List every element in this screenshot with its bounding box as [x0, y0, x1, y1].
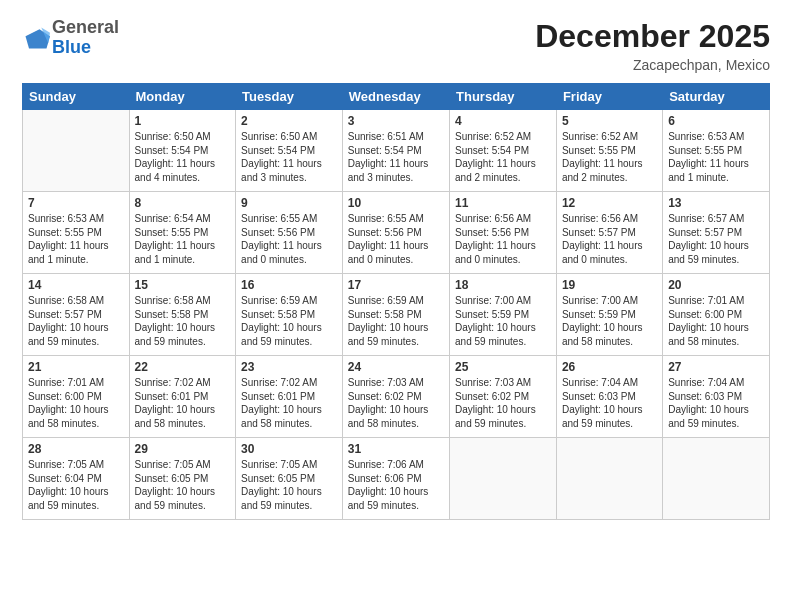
calendar-cell: 10Sunrise: 6:55 AM Sunset: 5:56 PM Dayli…	[342, 192, 449, 274]
calendar-cell: 8Sunrise: 6:54 AM Sunset: 5:55 PM Daylig…	[129, 192, 236, 274]
calendar-cell: 4Sunrise: 6:52 AM Sunset: 5:54 PM Daylig…	[450, 110, 557, 192]
calendar-header-row: SundayMondayTuesdayWednesdayThursdayFrid…	[23, 84, 770, 110]
day-info: Sunrise: 6:59 AM Sunset: 5:58 PM Dayligh…	[241, 294, 337, 348]
calendar-table: SundayMondayTuesdayWednesdayThursdayFrid…	[22, 83, 770, 520]
calendar-cell: 30Sunrise: 7:05 AM Sunset: 6:05 PM Dayli…	[236, 438, 343, 520]
calendar-cell: 2Sunrise: 6:50 AM Sunset: 5:54 PM Daylig…	[236, 110, 343, 192]
day-info: Sunrise: 6:54 AM Sunset: 5:55 PM Dayligh…	[135, 212, 231, 266]
calendar-cell: 18Sunrise: 7:00 AM Sunset: 5:59 PM Dayli…	[450, 274, 557, 356]
day-info: Sunrise: 6:51 AM Sunset: 5:54 PM Dayligh…	[348, 130, 444, 184]
day-number: 8	[135, 196, 231, 210]
day-info: Sunrise: 6:56 AM Sunset: 5:56 PM Dayligh…	[455, 212, 551, 266]
calendar-cell	[556, 438, 662, 520]
calendar-cell: 23Sunrise: 7:02 AM Sunset: 6:01 PM Dayli…	[236, 356, 343, 438]
day-number: 28	[28, 442, 124, 456]
weekday-header-sunday: Sunday	[23, 84, 130, 110]
day-info: Sunrise: 7:04 AM Sunset: 6:03 PM Dayligh…	[562, 376, 657, 430]
day-info: Sunrise: 7:02 AM Sunset: 6:01 PM Dayligh…	[241, 376, 337, 430]
day-number: 2	[241, 114, 337, 128]
day-number: 15	[135, 278, 231, 292]
day-info: Sunrise: 6:59 AM Sunset: 5:58 PM Dayligh…	[348, 294, 444, 348]
day-number: 17	[348, 278, 444, 292]
day-info: Sunrise: 7:04 AM Sunset: 6:03 PM Dayligh…	[668, 376, 764, 430]
day-info: Sunrise: 7:00 AM Sunset: 5:59 PM Dayligh…	[562, 294, 657, 348]
day-info: Sunrise: 6:58 AM Sunset: 5:58 PM Dayligh…	[135, 294, 231, 348]
day-info: Sunrise: 7:01 AM Sunset: 6:00 PM Dayligh…	[668, 294, 764, 348]
calendar-cell: 5Sunrise: 6:52 AM Sunset: 5:55 PM Daylig…	[556, 110, 662, 192]
calendar-cell: 13Sunrise: 6:57 AM Sunset: 5:57 PM Dayli…	[663, 192, 770, 274]
day-number: 23	[241, 360, 337, 374]
calendar-cell: 15Sunrise: 6:58 AM Sunset: 5:58 PM Dayli…	[129, 274, 236, 356]
day-number: 18	[455, 278, 551, 292]
weekday-header-friday: Friday	[556, 84, 662, 110]
day-info: Sunrise: 7:05 AM Sunset: 6:04 PM Dayligh…	[28, 458, 124, 512]
day-info: Sunrise: 6:50 AM Sunset: 5:54 PM Dayligh…	[241, 130, 337, 184]
logo: General Blue	[22, 18, 119, 58]
day-number: 21	[28, 360, 124, 374]
day-info: Sunrise: 6:52 AM Sunset: 5:55 PM Dayligh…	[562, 130, 657, 184]
day-number: 14	[28, 278, 124, 292]
week-row-2: 7Sunrise: 6:53 AM Sunset: 5:55 PM Daylig…	[23, 192, 770, 274]
calendar-cell	[450, 438, 557, 520]
day-info: Sunrise: 6:53 AM Sunset: 5:55 PM Dayligh…	[28, 212, 124, 266]
location: Zacapechpan, Mexico	[535, 57, 770, 73]
week-row-4: 21Sunrise: 7:01 AM Sunset: 6:00 PM Dayli…	[23, 356, 770, 438]
day-info: Sunrise: 7:05 AM Sunset: 6:05 PM Dayligh…	[135, 458, 231, 512]
day-number: 10	[348, 196, 444, 210]
day-number: 7	[28, 196, 124, 210]
calendar-cell: 19Sunrise: 7:00 AM Sunset: 5:59 PM Dayli…	[556, 274, 662, 356]
calendar-cell: 17Sunrise: 6:59 AM Sunset: 5:58 PM Dayli…	[342, 274, 449, 356]
calendar-cell: 20Sunrise: 7:01 AM Sunset: 6:00 PM Dayli…	[663, 274, 770, 356]
day-info: Sunrise: 6:52 AM Sunset: 5:54 PM Dayligh…	[455, 130, 551, 184]
day-number: 11	[455, 196, 551, 210]
day-info: Sunrise: 6:56 AM Sunset: 5:57 PM Dayligh…	[562, 212, 657, 266]
day-info: Sunrise: 7:03 AM Sunset: 6:02 PM Dayligh…	[348, 376, 444, 430]
day-info: Sunrise: 7:02 AM Sunset: 6:01 PM Dayligh…	[135, 376, 231, 430]
day-info: Sunrise: 6:58 AM Sunset: 5:57 PM Dayligh…	[28, 294, 124, 348]
day-number: 24	[348, 360, 444, 374]
calendar-cell	[663, 438, 770, 520]
day-number: 13	[668, 196, 764, 210]
day-info: Sunrise: 6:53 AM Sunset: 5:55 PM Dayligh…	[668, 130, 764, 184]
day-number: 5	[562, 114, 657, 128]
calendar-cell: 1Sunrise: 6:50 AM Sunset: 5:54 PM Daylig…	[129, 110, 236, 192]
calendar-cell: 11Sunrise: 6:56 AM Sunset: 5:56 PM Dayli…	[450, 192, 557, 274]
day-info: Sunrise: 6:57 AM Sunset: 5:57 PM Dayligh…	[668, 212, 764, 266]
week-row-1: 1Sunrise: 6:50 AM Sunset: 5:54 PM Daylig…	[23, 110, 770, 192]
day-info: Sunrise: 6:55 AM Sunset: 5:56 PM Dayligh…	[348, 212, 444, 266]
day-number: 19	[562, 278, 657, 292]
day-info: Sunrise: 7:00 AM Sunset: 5:59 PM Dayligh…	[455, 294, 551, 348]
day-number: 31	[348, 442, 444, 456]
day-number: 1	[135, 114, 231, 128]
weekday-header-monday: Monday	[129, 84, 236, 110]
page: General Blue December 2025 Zacapechpan, …	[0, 0, 792, 612]
day-number: 30	[241, 442, 337, 456]
day-number: 20	[668, 278, 764, 292]
calendar-cell: 7Sunrise: 6:53 AM Sunset: 5:55 PM Daylig…	[23, 192, 130, 274]
day-info: Sunrise: 7:03 AM Sunset: 6:02 PM Dayligh…	[455, 376, 551, 430]
calendar-cell: 27Sunrise: 7:04 AM Sunset: 6:03 PM Dayli…	[663, 356, 770, 438]
calendar-cell: 28Sunrise: 7:05 AM Sunset: 6:04 PM Dayli…	[23, 438, 130, 520]
calendar-cell: 24Sunrise: 7:03 AM Sunset: 6:02 PM Dayli…	[342, 356, 449, 438]
weekday-header-tuesday: Tuesday	[236, 84, 343, 110]
calendar-cell	[23, 110, 130, 192]
calendar-cell: 3Sunrise: 6:51 AM Sunset: 5:54 PM Daylig…	[342, 110, 449, 192]
calendar-cell: 12Sunrise: 6:56 AM Sunset: 5:57 PM Dayli…	[556, 192, 662, 274]
calendar-cell: 31Sunrise: 7:06 AM Sunset: 6:06 PM Dayli…	[342, 438, 449, 520]
title-block: December 2025 Zacapechpan, Mexico	[535, 18, 770, 73]
logo-text: General Blue	[52, 18, 119, 58]
calendar-cell: 16Sunrise: 6:59 AM Sunset: 5:58 PM Dayli…	[236, 274, 343, 356]
calendar-cell: 6Sunrise: 6:53 AM Sunset: 5:55 PM Daylig…	[663, 110, 770, 192]
logo-general-text: General	[52, 17, 119, 37]
day-info: Sunrise: 6:50 AM Sunset: 5:54 PM Dayligh…	[135, 130, 231, 184]
logo-blue-text: Blue	[52, 37, 91, 57]
weekday-header-saturday: Saturday	[663, 84, 770, 110]
day-info: Sunrise: 7:05 AM Sunset: 6:05 PM Dayligh…	[241, 458, 337, 512]
day-info: Sunrise: 6:55 AM Sunset: 5:56 PM Dayligh…	[241, 212, 337, 266]
weekday-header-thursday: Thursday	[450, 84, 557, 110]
calendar-cell: 21Sunrise: 7:01 AM Sunset: 6:00 PM Dayli…	[23, 356, 130, 438]
day-number: 4	[455, 114, 551, 128]
calendar-cell: 29Sunrise: 7:05 AM Sunset: 6:05 PM Dayli…	[129, 438, 236, 520]
calendar-cell: 25Sunrise: 7:03 AM Sunset: 6:02 PM Dayli…	[450, 356, 557, 438]
logo-icon	[22, 24, 50, 52]
